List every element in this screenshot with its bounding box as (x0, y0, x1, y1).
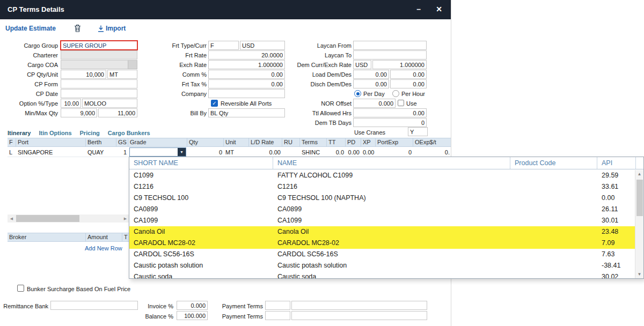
itinerary-cell-pd[interactable]: 0.00 (346, 147, 361, 157)
itinerary-cell-berth[interactable]: QUAY (86, 147, 116, 157)
import-button[interactable]: Import (106, 25, 126, 32)
grade-combo-dropdown-icon[interactable]: ▼ (178, 148, 186, 156)
grade-option-name: CA0899 (273, 204, 510, 215)
itinerary-cell-unit[interactable]: MT (224, 147, 249, 157)
load-des-field[interactable] (390, 70, 427, 79)
grade-option-row[interactable]: CARDOL SC56-16SCARDOL SC56-16S7.63 (129, 249, 635, 260)
tab-itin-options[interactable]: Itin Options (39, 130, 71, 136)
tab-pricing[interactable]: Pricing (80, 130, 100, 136)
itinerary-column-unit: Unit (224, 138, 249, 146)
cp-unit-field[interactable] (107, 70, 137, 79)
scroll-right-icon[interactable]: ▶ (121, 214, 129, 223)
grade-option-row[interactable]: CA1099CA109930.01 (129, 215, 635, 226)
cp-qty-field[interactable] (61, 70, 106, 79)
bill-by-field[interactable] (208, 108, 285, 117)
grade-option-row[interactable]: C9 TECHSOL 100C9 TECHSOL 100 (NAPTHA)0.0… (129, 192, 635, 204)
itinerary-row[interactable]: LSINGAPOREQUAY10MT0.00SHINC0.00.000.0000… (8, 147, 451, 157)
window-titlebar[interactable]: CP Terms Details – ✕ (0, 0, 451, 19)
itinerary-cell-l-d-rate[interactable]: 0.00 (249, 147, 282, 157)
trash-icon[interactable] (74, 24, 81, 34)
option-pct-field[interactable] (61, 99, 81, 108)
use-cranes-field[interactable] (408, 127, 428, 136)
laycan-from-field[interactable] (353, 41, 427, 50)
add-new-row-link[interactable]: Add New Row (85, 245, 122, 251)
itinerary-cell-tt[interactable]: 0.0 (327, 147, 346, 157)
grade-option-row[interactable]: C1216C121633.61 (129, 181, 635, 192)
scroll-up-icon[interactable]: ▲ (635, 170, 643, 178)
tab-itinerary[interactable]: Itinerary (8, 130, 31, 136)
grade-option-product-code (510, 226, 597, 238)
per-day-radio[interactable] (354, 90, 361, 97)
grade-option-api: 7.63 (597, 249, 635, 260)
comm-pct-field[interactable] (208, 70, 285, 79)
bunker-surcharge-label: Bunker Surcharge Based On Fuel Price (27, 286, 130, 293)
import-icon[interactable] (98, 25, 104, 34)
itinerary-horizontal-scrollbar[interactable]: ◀ ▶ (8, 214, 129, 223)
itinerary-cell-qty[interactable]: 0 (187, 147, 224, 157)
cp-form-field[interactable] (61, 79, 137, 88)
tab-cargo-bunkers[interactable]: Cargo Bunkers (108, 130, 150, 136)
grade-option-short-name: Canola Oil (129, 226, 273, 238)
itinerary-column-ru: RU (282, 138, 300, 146)
grade-combo-field[interactable]: ▼ (129, 147, 186, 157)
exch-rate-field[interactable] (208, 60, 285, 69)
charterer-label: Charterer (0, 51, 58, 60)
invoice-pct-field[interactable] (177, 301, 208, 310)
remittance-bank-field[interactable] (50, 301, 138, 310)
grade-option-row[interactable]: Canola OilCanola Oil23.48 (129, 226, 635, 238)
itinerary-cell-xp[interactable]: 0.00 (361, 147, 376, 157)
vertical-scrollbar-thumb[interactable] (636, 180, 643, 216)
min-qty-field[interactable] (61, 108, 97, 117)
laycan-from-label: Laycan From (289, 41, 352, 50)
laycan-to-field[interactable] (353, 50, 427, 60)
max-qty-field[interactable] (98, 108, 137, 117)
scroll-down-icon[interactable]: ▼ (635, 270, 643, 278)
grade-option-row[interactable]: Caustic sodaCaustic soda30.02 (129, 271, 635, 278)
dem-tb-days-field[interactable] (353, 118, 427, 127)
grade-option-row[interactable]: Caustic potash solutionCaustic potash so… (129, 260, 635, 271)
itinerary-cell-terms[interactable]: SHINC (300, 147, 327, 157)
payment-terms-desc-field-2[interactable] (291, 311, 427, 320)
grade-option-row[interactable]: CARADOL MC28-02CARADOL MC28-027.09 (129, 238, 635, 249)
ttl-allowed-hrs-field[interactable] (353, 108, 427, 117)
frt-type-field[interactable] (208, 41, 239, 50)
grade-option-row[interactable]: C1099FATTY ALCOHOL C109929.59 (129, 170, 635, 181)
dem-curr-field[interactable] (353, 60, 371, 69)
balance-pct-field[interactable] (177, 311, 208, 320)
itinerary-cell-oexp-t[interactable]: 0. (413, 147, 451, 157)
option-type-field[interactable] (82, 99, 137, 108)
use-checkbox[interactable] (398, 100, 404, 106)
load-dem-field[interactable] (353, 70, 389, 79)
cargo-coa-lookup-button[interactable] (128, 60, 137, 69)
frt-rate-field[interactable] (208, 50, 285, 60)
dem-exch-rate-field[interactable] (372, 60, 427, 69)
disch-des-field[interactable] (390, 79, 427, 88)
itinerary-cell-ru[interactable] (282, 147, 300, 157)
cargo-group-field[interactable] (60, 40, 138, 50)
bunker-surcharge-checkbox[interactable] (17, 285, 24, 292)
reversible-all-ports-checkbox[interactable]: ✓ (211, 100, 218, 107)
frt-curr-field[interactable] (240, 41, 285, 50)
payment-terms-code-field-1[interactable] (265, 301, 290, 310)
payment-terms-label-1: Payment Terms (218, 302, 263, 311)
close-icon[interactable]: ✕ (436, 5, 442, 13)
payment-terms-code-field-2[interactable] (265, 311, 290, 320)
itinerary-cell-f[interactable]: L (8, 147, 16, 157)
grade-option-short-name: Caustic potash solution (129, 260, 273, 271)
disch-dem-field[interactable] (353, 79, 389, 88)
payment-terms-desc-field-1[interactable] (291, 301, 427, 310)
company-field[interactable] (208, 89, 285, 98)
minimize-icon[interactable]: – (416, 5, 421, 13)
scroll-left-icon[interactable]: ◀ (8, 214, 16, 223)
cp-date-field[interactable] (61, 89, 137, 98)
frt-tax-field[interactable] (208, 79, 285, 88)
horizontal-scrollbar-thumb[interactable] (16, 215, 79, 222)
per-hour-radio[interactable] (392, 90, 399, 97)
itinerary-cell-portexp[interactable]: 0 (376, 147, 413, 157)
itinerary-cell-port[interactable]: SINGAPORE (16, 147, 86, 157)
nor-offset-field[interactable] (353, 99, 396, 108)
itinerary-cell-gs[interactable]: 1 (116, 147, 128, 157)
grade-option-row[interactable]: CA0899CA089926.11 (129, 204, 635, 215)
update-estimate-button[interactable]: Update Estimate (5, 25, 56, 32)
grade-dropdown-scrollbar[interactable]: ▲ ▼ (635, 170, 643, 278)
